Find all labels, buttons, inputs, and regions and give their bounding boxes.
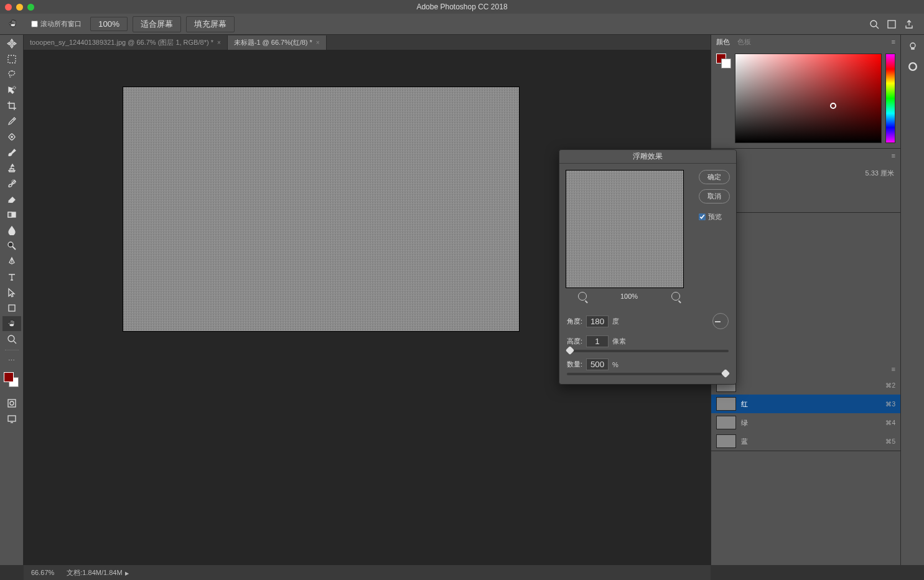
brush-tool[interactable]	[2, 145, 21, 160]
emboss-dialog: 浮雕效果 100% 确定 取消 预览 角度: 度 高度:	[559, 149, 737, 385]
angle-dial[interactable]	[712, 313, 729, 329]
arrange-docs-icon[interactable]	[887, 19, 897, 29]
channels-menu-icon[interactable]: ≡	[892, 365, 895, 373]
edit-toolbar-button[interactable]: ⋯	[2, 353, 21, 368]
cancel-button[interactable]: 取消	[699, 189, 730, 203]
svg-rect-2	[8, 55, 16, 63]
pen-tool[interactable]	[2, 254, 21, 269]
svg-point-10	[8, 335, 14, 342]
scroll-all-windows-checkbox[interactable]: 滚动所有窗口	[27, 19, 85, 29]
title-bar: Adobe Photoshop CC 2018	[0, 0, 924, 14]
type-tool[interactable]	[2, 269, 21, 284]
zoom-100-button[interactable]: 100%	[90, 17, 128, 31]
svg-point-12	[10, 401, 14, 405]
clone-stamp-tool[interactable]	[2, 161, 21, 175]
properties-panel: ≡ 5.33 厘米	[711, 149, 900, 213]
gradient-tool[interactable]	[2, 207, 21, 222]
quick-select-tool[interactable]	[2, 83, 21, 98]
eraser-tool[interactable]	[2, 192, 21, 207]
ok-button[interactable]: 确定	[699, 170, 730, 184]
panel-bg-swatch[interactable]	[721, 58, 731, 68]
amount-unit: %	[612, 361, 618, 368]
healing-brush-tool[interactable]	[2, 129, 21, 144]
svg-point-16	[910, 64, 915, 69]
move-tool[interactable]	[2, 36, 21, 51]
status-zoom[interactable]: 66.67%	[31, 569, 54, 576]
color-panel: 颜色 色板 ≡	[711, 35, 900, 149]
properties-menu-icon[interactable]: ≡	[892, 152, 895, 159]
search-icon[interactable]	[869, 19, 879, 29]
dodge-tool[interactable]	[2, 238, 21, 253]
color-swatches[interactable]	[2, 372, 21, 391]
quick-mask-button[interactable]	[2, 396, 21, 411]
path-select-tool[interactable]	[2, 285, 21, 300]
panel-swatches[interactable]	[716, 54, 731, 68]
learn-icon[interactable]	[907, 41, 918, 52]
scroll-all-label: 滚动所有窗口	[40, 19, 82, 29]
doc-tab-2[interactable]: 未标题-1 @ 66.7%(红/8) * ×	[228, 35, 327, 50]
color-field[interactable]	[735, 54, 882, 143]
channel-shortcut: ⌘5	[885, 438, 895, 445]
scroll-all-checkbox-input[interactable]	[31, 21, 38, 27]
amount-slider[interactable]	[567, 373, 729, 375]
crop-tool[interactable]	[2, 98, 21, 113]
height-input[interactable]	[586, 335, 609, 347]
fit-screen-button[interactable]: 适合屏幕	[133, 16, 181, 32]
doc-tab-1[interactable]: tooopen_sy_124401389321.jpg @ 66.7% (图层 …	[24, 35, 228, 50]
status-doc-info[interactable]: 文档:1.84M/1.84M▶	[67, 568, 128, 578]
channel-green[interactable]: 绿 ⌘4	[711, 413, 900, 432]
document-canvas[interactable]	[123, 87, 519, 331]
close-window-button[interactable]	[5, 4, 12, 11]
screen-mode-button[interactable]	[2, 411, 21, 426]
hand-tool[interactable]	[2, 316, 21, 331]
height-slider-thumb[interactable]	[566, 346, 574, 355]
svg-rect-1	[888, 21, 895, 28]
share-icon[interactable]	[904, 19, 914, 29]
channel-rgb[interactable]: ⌘2	[711, 376, 900, 395]
properties-dimensions-row: 5.33 厘米	[717, 169, 894, 178]
marquee-tool[interactable]	[2, 52, 21, 67]
hue-slider[interactable]	[885, 54, 895, 143]
fill-screen-button[interactable]: 填充屏幕	[186, 16, 235, 32]
zoom-tool[interactable]	[2, 332, 21, 347]
svg-rect-7	[8, 212, 12, 217]
channel-blue[interactable]: 蓝 ⌘5	[711, 432, 900, 451]
filter-preview[interactable]	[566, 170, 684, 288]
doc-tab-1-label: tooopen_sy_124401389321.jpg @ 66.7% (图层 …	[30, 38, 213, 47]
foreground-color-swatch[interactable]	[4, 372, 14, 382]
zoom-in-icon[interactable]	[671, 292, 680, 301]
zoom-out-icon[interactable]	[578, 292, 587, 301]
close-tab-2-icon[interactable]: ×	[316, 39, 320, 46]
swatches-tab[interactable]: 色板	[737, 37, 751, 47]
status-bar: 66.67% 文档:1.84M/1.84M▶	[24, 565, 711, 580]
maximize-window-button[interactable]	[27, 4, 34, 11]
shape-tool[interactable]	[2, 301, 21, 316]
color-panel-menu-icon[interactable]: ≡	[892, 38, 895, 45]
preview-checkbox-input[interactable]	[699, 213, 706, 220]
svg-point-0	[870, 21, 877, 27]
color-picker-ring[interactable]	[830, 103, 836, 109]
eyedropper-tool[interactable]	[2, 114, 21, 129]
color-tab[interactable]: 颜色	[716, 37, 730, 47]
preview-checkbox[interactable]: 预览	[699, 212, 730, 222]
minimize-window-button[interactable]	[16, 4, 23, 11]
amount-input[interactable]	[586, 358, 609, 370]
channel-red[interactable]: 红 ⌘3	[711, 395, 900, 413]
channel-thumb	[716, 416, 736, 429]
close-tab-1-icon[interactable]: ×	[217, 39, 221, 46]
height-row: 高度: 像素	[567, 335, 729, 347]
history-brush-tool[interactable]	[2, 176, 21, 191]
right-panels: 颜色 色板 ≡ ≡ 5.33 厘米	[711, 35, 900, 565]
height-slider[interactable]	[567, 350, 729, 352]
channel-name: 红	[741, 400, 880, 409]
dialog-body: 100% 确定 取消 预览	[559, 164, 736, 307]
color-panel-header: 颜色 色板 ≡	[711, 35, 900, 49]
blur-tool[interactable]	[2, 223, 21, 238]
angle-input[interactable]	[586, 316, 609, 327]
dialog-title[interactable]: 浮雕效果	[559, 150, 736, 164]
color-panel-body	[711, 49, 900, 148]
status-flyout-icon[interactable]: ▶	[125, 571, 129, 576]
libraries-icon[interactable]	[907, 61, 918, 72]
lasso-tool[interactable]	[2, 67, 21, 82]
amount-slider-thumb[interactable]	[721, 369, 730, 378]
